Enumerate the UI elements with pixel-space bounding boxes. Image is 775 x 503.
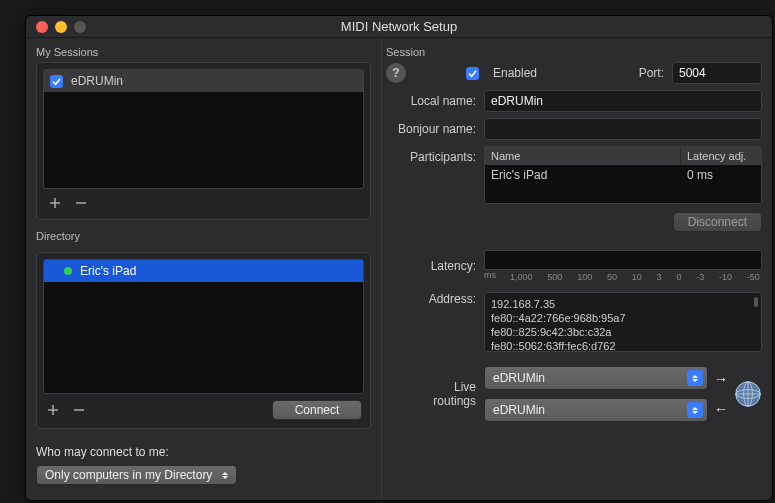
- latency-label: Latency:: [386, 259, 476, 273]
- my-sessions-panel: eDRUMin: [36, 62, 371, 220]
- participant-name: Eric's iPad: [485, 165, 681, 185]
- participants-table[interactable]: Name Latency adj. Eric's iPad 0 ms: [484, 146, 762, 204]
- my-sessions-list[interactable]: eDRUMin: [43, 69, 364, 189]
- updown-arrows-icon: [687, 402, 703, 418]
- zoom-window-button[interactable]: [74, 21, 86, 33]
- participants-col-lat: Latency adj.: [681, 147, 761, 165]
- routing-out-select[interactable]: eDRUMin: [484, 398, 708, 422]
- participants-header: Name Latency adj.: [485, 147, 761, 165]
- routing-in-value: eDRUMin: [493, 371, 687, 385]
- address-label: Address:: [386, 292, 476, 352]
- window-title: MIDI Network Setup: [26, 19, 772, 34]
- midi-network-setup-window: MIDI Network Setup My Sessions eDRUMin: [25, 15, 773, 501]
- address-box[interactable]: 192.168.7.35 fe80::4a22:766e:968b:95a7 f…: [484, 292, 762, 352]
- updown-arrows-icon: [218, 468, 232, 482]
- bonjour-name-input[interactable]: [484, 118, 762, 140]
- local-name-input[interactable]: [484, 90, 762, 112]
- latency-meter: [484, 250, 762, 270]
- participant-latency: 0 ms: [681, 165, 761, 185]
- remove-directory-button[interactable]: [71, 402, 87, 418]
- check-icon: [52, 77, 61, 86]
- plus-icon: [47, 404, 59, 416]
- minus-icon: [73, 404, 85, 416]
- directory-row-erics-ipad[interactable]: Eric's iPad: [44, 260, 363, 282]
- participant-row[interactable]: Eric's iPad 0 ms: [485, 165, 761, 185]
- who-may-connect-label: Who may connect to me:: [36, 445, 371, 459]
- latency-unit: ms: [484, 270, 504, 282]
- enabled-label: Enabled: [493, 66, 537, 80]
- help-button[interactable]: ?: [386, 63, 406, 83]
- session-enabled-checkbox-right[interactable]: [466, 67, 479, 80]
- routing-in-select[interactable]: eDRUMin: [484, 366, 708, 390]
- minimize-window-button[interactable]: [55, 21, 67, 33]
- background-app-strip: [0, 20, 22, 140]
- disconnect-button[interactable]: Disconnect: [673, 212, 762, 232]
- directory-item-name: Eric's iPad: [80, 264, 136, 278]
- add-session-button[interactable]: [47, 195, 63, 211]
- latency-ticks: 1,000500100501030-3-10-50: [508, 270, 762, 282]
- traffic-lights: [26, 21, 86, 33]
- local-name-label: Local name:: [386, 94, 476, 108]
- arrow-left-icon: ←: [714, 401, 728, 417]
- session-name: eDRUMin: [71, 74, 123, 88]
- bonjour-name-label: Bonjour name:: [386, 122, 476, 136]
- routing-out-value: eDRUMin: [493, 403, 687, 417]
- directory-panel: Eric's iPad Connect: [36, 252, 371, 429]
- check-icon: [468, 69, 477, 78]
- directory-label: Directory: [36, 230, 371, 242]
- port-label: Port:: [639, 66, 664, 80]
- add-directory-button[interactable]: [45, 402, 61, 418]
- my-sessions-label: My Sessions: [36, 46, 371, 58]
- port-input[interactable]: [672, 62, 762, 84]
- routing-direction-arrows: → ←: [714, 371, 728, 417]
- updown-arrows-icon: [687, 370, 703, 386]
- connect-button[interactable]: Connect: [272, 400, 362, 420]
- plus-icon: [49, 197, 61, 209]
- directory-list[interactable]: Eric's iPad: [43, 259, 364, 394]
- live-routings-label: Live routings: [386, 380, 476, 408]
- participants-col-name: Name: [485, 147, 681, 165]
- arrow-right-icon: →: [714, 371, 728, 387]
- close-window-button[interactable]: [36, 21, 48, 33]
- who-may-connect-select[interactable]: Only computers in my Directory: [36, 465, 237, 485]
- online-status-icon: [64, 267, 72, 275]
- network-globe-icon: [734, 380, 762, 408]
- participants-label: Participants:: [386, 150, 476, 164]
- titlebar[interactable]: MIDI Network Setup: [26, 16, 772, 38]
- remove-session-button[interactable]: [73, 195, 89, 211]
- who-may-connect-value: Only computers in my Directory: [45, 468, 212, 482]
- session-label: Session: [386, 46, 762, 58]
- minus-icon: [75, 197, 87, 209]
- session-enabled-checkbox[interactable]: [50, 75, 63, 88]
- session-row-edrumin[interactable]: eDRUMin: [44, 70, 363, 92]
